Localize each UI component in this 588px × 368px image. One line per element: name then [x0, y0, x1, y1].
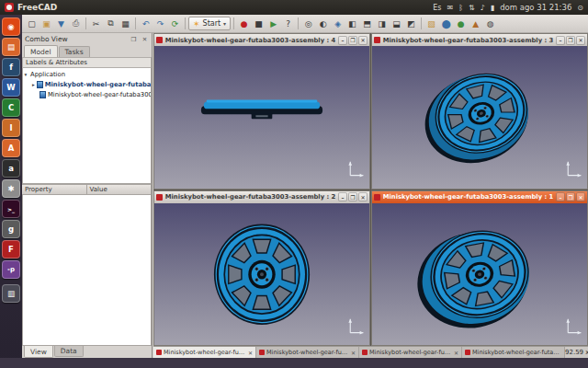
mdi-window-2-titlebar[interactable]: Miniskybot-wheel-gear-futaba3003-assembl…	[154, 191, 369, 203]
paste-icon[interactable]: ▦	[119, 17, 132, 30]
part-cone-icon[interactable]: ▲	[469, 17, 482, 30]
view-bottom-icon[interactable]: ◩	[404, 17, 418, 30]
mdi-window-2[interactable]: Miniskybot-wheel-gear-futaba3003-assembl…	[153, 190, 370, 347]
view-fit-all-icon[interactable]: ◎	[301, 17, 315, 30]
freecad-window: ▢ ▣ ▼ ⎙ ✂ ⧉ ▦ ↶ ↷ ⟳ ✶ Start ▾ ● ■ ▶ ? ◎ …	[22, 15, 588, 368]
window-tab-strip: Miniskybot-wheel-gear-futaba3003-assembl…	[153, 346, 588, 358]
macro-execute-icon[interactable]: ▶	[266, 17, 280, 30]
close-icon[interactable]: ✕	[358, 36, 368, 45]
bluetooth-icon[interactable]: ᛒ	[458, 4, 463, 12]
mdi-window-4[interactable]: Miniskybot-wheel-gear-futaba3003-assembl…	[153, 33, 370, 190]
document-new-icon[interactable]: ▢	[25, 17, 39, 30]
whats-this-icon[interactable]: ?	[281, 17, 295, 30]
undo-icon[interactable]: ↶	[139, 17, 153, 30]
value-column-header[interactable]: Value	[86, 184, 153, 195]
macro-record-icon[interactable]: ●	[237, 17, 251, 30]
panel-close-icon[interactable]: ✕	[141, 36, 149, 43]
launcher-libreoffice-calc[interactable]: C	[2, 98, 20, 117]
viewport-axonometric-view[interactable]	[372, 46, 587, 189]
mdi-window-1[interactable]: Miniskybot-wheel-gear-futaba3003-assembl…	[371, 190, 588, 347]
tab-close-icon[interactable]: ✕	[351, 350, 356, 356]
tree-item-document-2[interactable]: Miniskybot-wheel-gear-futaba3003-assembl…	[23, 89, 151, 99]
tab-close-icon[interactable]: ✕	[248, 350, 253, 356]
print-icon[interactable]: ⎙	[69, 17, 83, 30]
maximize-icon[interactable]: ❐	[566, 36, 575, 45]
launcher-amazon[interactable]: a	[2, 159, 20, 178]
minimize-icon[interactable]: –	[338, 36, 347, 45]
view-top-icon[interactable]: ⬒	[360, 17, 374, 30]
caret-down-icon[interactable]: ▾	[23, 72, 28, 77]
volume-icon[interactable]: ♪	[481, 4, 485, 12]
property-column-header[interactable]: Property	[21, 184, 87, 195]
macro-stop-icon[interactable]: ■	[252, 17, 266, 30]
launcher-system-settings[interactable]: ✱	[2, 179, 20, 198]
network-icon[interactable]: ⇅	[469, 4, 475, 12]
redo-icon[interactable]: ↷	[153, 17, 167, 30]
view-rear-icon[interactable]: ⬓	[390, 17, 403, 30]
tab-tasks[interactable]: Tasks	[59, 46, 90, 57]
window-tab-3[interactable]: Miniskybot-wheel-gear-futaba3003-assembl…	[359, 347, 462, 358]
launcher-terminal[interactable]: >_	[2, 200, 20, 218]
mail-icon[interactable]: ✉	[447, 4, 453, 12]
property-table-body[interactable]	[22, 195, 152, 346]
viewport-side-view[interactable]	[154, 46, 369, 189]
workbench-selector[interactable]: ✶ Start ▾	[188, 17, 231, 30]
launcher-ubuntu-software[interactable]: A	[2, 139, 20, 157]
launcher-freecad[interactable]: F	[2, 240, 20, 259]
maximize-icon[interactable]: ❐	[348, 36, 357, 45]
minimize-icon[interactable]: –	[338, 192, 347, 201]
refresh-icon[interactable]: ⟳	[168, 17, 182, 30]
window-tab-2[interactable]: Miniskybot-wheel-gear-futaba3003-assembl…	[256, 347, 359, 358]
toolbar-separator	[185, 17, 186, 29]
view-axonometric-icon[interactable]: ◈	[331, 17, 345, 30]
chevron-down-icon: ▾	[223, 20, 226, 27]
close-icon[interactable]: ✕	[576, 36, 585, 45]
window-tab-4[interactable]: Miniskybot-wheel-gear-futaba3	[462, 347, 565, 358]
battery-icon[interactable]: ▮	[491, 4, 494, 12]
tab-model[interactable]: Model	[24, 45, 58, 57]
freecad-doc-icon	[156, 194, 163, 201]
maximize-icon[interactable]: ❐	[566, 192, 575, 201]
mdi-window-3-titlebar[interactable]: Miniskybot-wheel-gear-futaba3003-assembl…	[372, 34, 587, 46]
close-icon[interactable]: ✕	[358, 192, 368, 201]
launcher-ubuntu-dash[interactable]: ◉	[2, 17, 20, 36]
part-box-icon[interactable]: ▧	[424, 17, 438, 30]
session-menu-icon[interactable]: ⊙	[577, 4, 583, 12]
launcher-files[interactable]: ▤	[2, 38, 20, 56]
mdi-window-4-titlebar[interactable]: Miniskybot-wheel-gear-futaba3003-assembl…	[154, 34, 369, 46]
caret-right-icon[interactable]: ▸	[32, 82, 35, 87]
view-right-icon[interactable]: ◨	[375, 17, 389, 30]
launcher-gimp[interactable]: g	[2, 220, 20, 238]
view-front-icon[interactable]: ◧	[345, 17, 359, 30]
viewport-axonometric-view[interactable]	[372, 203, 587, 346]
launcher-libreoffice-writer[interactable]: W	[2, 78, 20, 97]
document-save-icon[interactable]: ▼	[54, 17, 68, 30]
part-cylinder-icon[interactable]: ⬤	[439, 17, 453, 30]
clock[interactable]: dom ago 31 21:36	[500, 3, 571, 12]
mdi-window-3[interactable]: Miniskybot-wheel-gear-futaba3003-assembl…	[371, 33, 588, 190]
tree-item-document-1[interactable]: ▸ Miniskybot-wheel-gear-futaba3003-assem…	[23, 79, 151, 89]
launcher-trash[interactable]: ▥	[2, 284, 20, 303]
cut-icon[interactable]: ✂	[89, 17, 103, 30]
tree-item-application[interactable]: ▾ Application	[23, 69, 151, 79]
tab-close-icon[interactable]: ✕	[454, 350, 458, 356]
panel-float-icon[interactable]: ❐	[130, 36, 138, 43]
draw-style-icon[interactable]: ◐	[316, 17, 330, 30]
copy-icon[interactable]: ⧉	[104, 17, 118, 30]
launcher-libreoffice-impress[interactable]: I	[2, 119, 20, 137]
part-torus-icon[interactable]: ◍	[483, 17, 497, 30]
part-sphere-icon[interactable]: ●	[454, 17, 468, 30]
maximize-icon[interactable]: ❐	[348, 192, 357, 201]
mdi-window-1-titlebar[interactable]: Miniskybot-wheel-gear-futaba3003-assembl…	[372, 191, 587, 203]
viewport-front-view[interactable]	[154, 203, 369, 346]
keyboard-indicator-icon[interactable]: Es	[433, 4, 441, 12]
tab-view[interactable]: View	[24, 346, 53, 358]
window-tab-1[interactable]: Miniskybot-wheel-gear-futaba3003-assembl…	[153, 347, 256, 358]
document-open-icon[interactable]: ▣	[40, 17, 53, 30]
launcher-firefox[interactable]: f	[2, 58, 20, 76]
minimize-icon[interactable]: –	[556, 192, 565, 201]
close-icon[interactable]: ✕	[576, 192, 585, 201]
minimize-icon[interactable]: –	[556, 36, 565, 45]
launcher-purple-app[interactable]: -p	[2, 260, 20, 279]
tab-data[interactable]: Data	[54, 346, 84, 357]
